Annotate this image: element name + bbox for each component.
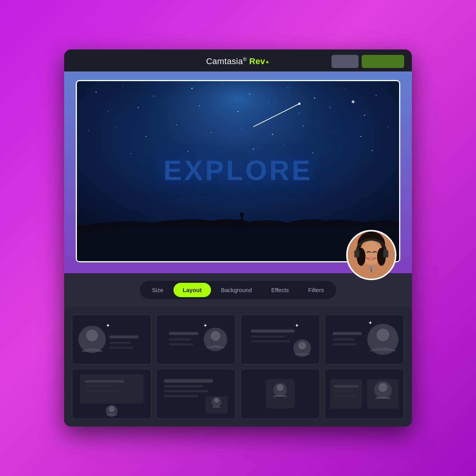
video-frame: EXPLORE (76, 80, 400, 263)
layout-card-8[interactable] (325, 369, 404, 419)
svg-point-4 (153, 95, 154, 96)
svg-point-23 (146, 136, 146, 136)
tab-effects[interactable]: Effects (262, 283, 298, 297)
svg-point-30 (360, 136, 361, 136)
svg-point-20 (364, 115, 365, 116)
tab-bar: Size Layout Background Effects Filters (140, 281, 337, 299)
svg-point-19 (330, 107, 330, 108)
svg-point-22 (115, 126, 116, 127)
layout-card-5[interactable] (72, 369, 151, 419)
tab-size[interactable]: Size (143, 283, 173, 297)
layout-card-4[interactable]: ✦ (325, 314, 404, 364)
svg-rect-99 (164, 385, 203, 387)
svg-rect-70 (169, 332, 198, 335)
svg-point-41 (372, 150, 372, 151)
svg-rect-93 (85, 385, 114, 387)
svg-rect-91 (80, 374, 144, 404)
title-bar: Camtasia® Rev✦ (64, 49, 412, 71)
svg-point-64 (86, 330, 98, 341)
tab-layout[interactable]: Layout (173, 283, 211, 297)
avatar-circle (346, 230, 396, 280)
plus-icon: ✦ (265, 60, 270, 66)
svg-rect-48 (241, 218, 243, 224)
layout-card-7[interactable] (240, 369, 320, 419)
svg-rect-113 (334, 395, 356, 397)
svg-rect-61 (371, 269, 372, 272)
svg-rect-60 (369, 266, 374, 269)
tab-filters[interactable]: Filters (299, 283, 333, 297)
tab-background[interactable]: Background (212, 283, 261, 297)
svg-point-18 (299, 113, 300, 114)
svg-point-6 (223, 84, 223, 85)
svg-point-25 (211, 132, 211, 133)
svg-rect-84 (333, 332, 362, 335)
avatar-face-svg (348, 231, 395, 279)
header-green-button[interactable] (362, 55, 404, 68)
svg-rect-68 (109, 347, 134, 349)
svg-point-38 (284, 145, 284, 145)
svg-point-32 (104, 148, 104, 148)
svg-point-40 (341, 146, 342, 147)
svg-rect-85 (333, 338, 355, 340)
svg-text:✦: ✦ (203, 323, 207, 328)
svg-rect-58 (354, 250, 359, 258)
layout-grid: ✦ (72, 314, 404, 419)
svg-point-104 (214, 398, 219, 403)
svg-point-88 (377, 329, 389, 342)
svg-point-9 (314, 97, 315, 99)
layout-card-1[interactable]: ✦ (72, 314, 151, 364)
svg-rect-59 (383, 250, 388, 258)
svg-point-35 (188, 151, 189, 152)
layout-grid-area: ✦ (64, 307, 412, 427)
svg-point-14 (169, 115, 169, 115)
svg-point-29 (333, 131, 334, 132)
svg-rect-98 (164, 379, 213, 382)
controls-area: Size Layout Background Effects Filters (64, 273, 412, 427)
svg-point-39 (313, 152, 313, 153)
rev-label: Rev (249, 57, 265, 66)
svg-text:✦: ✦ (106, 323, 110, 328)
svg-rect-92 (85, 380, 124, 382)
svg-point-36 (218, 144, 219, 144)
svg-point-5 (191, 88, 192, 89)
svg-point-33 (130, 153, 131, 154)
svg-point-16 (238, 111, 239, 112)
app-name: Camtasia (206, 57, 243, 66)
svg-point-10 (345, 89, 346, 90)
svg-point-26 (241, 128, 242, 129)
app-window: Camtasia® Rev✦ (64, 49, 412, 426)
svg-point-2 (95, 92, 96, 92)
app-title: Camtasia® Rev✦ (206, 56, 270, 66)
svg-rect-101 (164, 395, 199, 397)
svg-point-27 (272, 134, 273, 135)
layout-card-6[interactable] (156, 369, 236, 419)
svg-rect-94 (85, 390, 119, 392)
svg-rect-100 (164, 390, 208, 392)
svg-point-24 (176, 124, 177, 125)
svg-point-15 (199, 105, 200, 106)
svg-rect-78 (251, 335, 285, 337)
reg-symbol: ® (243, 56, 247, 62)
svg-point-28 (303, 126, 304, 126)
svg-rect-76 (241, 315, 320, 364)
svg-point-43 (351, 100, 355, 104)
header-gray-button[interactable] (332, 55, 359, 68)
svg-point-21 (88, 130, 89, 131)
explore-text: EXPLORE (163, 155, 313, 186)
svg-point-96 (109, 406, 114, 412)
svg-point-116 (379, 383, 388, 392)
svg-point-13 (138, 107, 139, 108)
svg-point-31 (387, 126, 388, 127)
svg-point-34 (161, 146, 162, 146)
preview-area: EXPLORE (64, 71, 412, 274)
svg-point-3 (122, 86, 123, 87)
svg-point-11 (376, 95, 376, 95)
svg-rect-110 (330, 379, 362, 408)
svg-rect-67 (109, 342, 131, 344)
svg-text:✦: ✦ (368, 321, 372, 326)
layout-card-2[interactable]: ✦ (156, 314, 236, 364)
svg-rect-77 (251, 330, 295, 333)
svg-text:✦: ✦ (295, 323, 299, 328)
svg-rect-112 (334, 390, 354, 392)
layout-card-3[interactable]: ✦ (240, 314, 320, 364)
